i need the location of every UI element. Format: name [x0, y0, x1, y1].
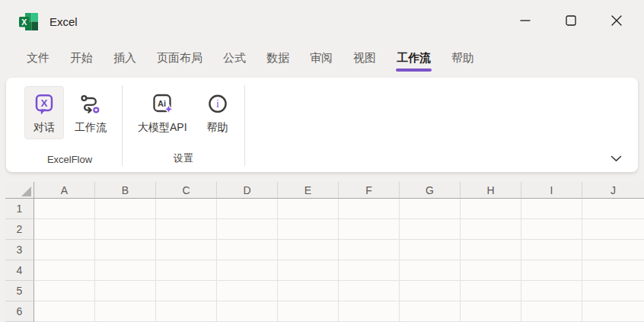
- sheet-row-3: 3: [5, 240, 644, 260]
- cell-I6[interactable]: [521, 301, 582, 322]
- cell-B6[interactable]: [95, 301, 156, 322]
- cell-H6[interactable]: [461, 301, 521, 322]
- cell-J4[interactable]: [582, 260, 644, 281]
- column-header-C[interactable]: C: [156, 182, 217, 199]
- cell-E4[interactable]: [278, 260, 339, 281]
- cell-I2[interactable]: [521, 219, 582, 240]
- column-header-F[interactable]: F: [339, 182, 400, 199]
- column-header-E[interactable]: E: [278, 182, 339, 199]
- cell-E3[interactable]: [278, 240, 339, 260]
- row-header-1[interactable]: 1: [5, 199, 34, 219]
- cell-C2[interactable]: [156, 219, 217, 240]
- cell-H5[interactable]: [461, 281, 521, 301]
- cell-H2[interactable]: [461, 219, 521, 240]
- column-header-G[interactable]: G: [400, 182, 461, 199]
- tab-view[interactable]: 视图: [353, 44, 376, 72]
- cell-E6[interactable]: [278, 301, 339, 322]
- select-all-corner[interactable]: [5, 182, 34, 199]
- cell-H3[interactable]: [461, 240, 521, 260]
- cell-C6[interactable]: [156, 301, 217, 322]
- cell-B4[interactable]: [95, 260, 156, 281]
- cell-D6[interactable]: [217, 301, 278, 322]
- cell-A1[interactable]: [34, 199, 95, 219]
- minimize-button[interactable]: [515, 11, 536, 33]
- tab-review[interactable]: 审阅: [310, 44, 333, 72]
- tab-page-layout[interactable]: 页面布局: [157, 44, 202, 72]
- cell-F5[interactable]: [339, 281, 400, 301]
- cell-D1[interactable]: [217, 199, 278, 219]
- ribbon-collapse-button[interactable]: [606, 151, 626, 166]
- column-header-I[interactable]: I: [521, 182, 582, 199]
- row-header-5[interactable]: 5: [5, 281, 34, 301]
- tab-help[interactable]: 帮助: [451, 44, 474, 72]
- cell-I4[interactable]: [521, 260, 582, 281]
- column-header-B[interactable]: B: [95, 182, 156, 199]
- cell-F6[interactable]: [339, 301, 400, 322]
- cell-E1[interactable]: [278, 199, 339, 219]
- sheet-row-6: 6: [5, 301, 644, 322]
- cell-D2[interactable]: [217, 219, 278, 240]
- cell-A2[interactable]: [34, 219, 95, 240]
- cell-J2[interactable]: [582, 219, 644, 240]
- cell-I5[interactable]: [521, 281, 582, 301]
- cell-H1[interactable]: [461, 199, 521, 219]
- ribbon-button-label: 工作流: [75, 122, 107, 132]
- column-header-A[interactable]: A: [34, 182, 95, 199]
- tab-data[interactable]: 数据: [266, 44, 289, 72]
- excel-window: X Excel 文件开始插入页面布局公式数据审阅视图工作流帮助: [0, 0, 644, 322]
- cell-J1[interactable]: [582, 199, 644, 219]
- maximize-button[interactable]: [560, 11, 582, 33]
- cell-C1[interactable]: [156, 199, 217, 219]
- tab-file[interactable]: 文件: [27, 44, 49, 72]
- cell-F1[interactable]: [339, 199, 400, 219]
- chat-button[interactable]: X对话: [24, 86, 64, 139]
- tab-formulas[interactable]: 公式: [223, 44, 246, 72]
- cell-G4[interactable]: [400, 260, 461, 281]
- cell-D3[interactable]: [217, 240, 278, 260]
- cell-G1[interactable]: [400, 199, 461, 219]
- cell-F4[interactable]: [339, 260, 400, 281]
- row-header-6[interactable]: 6: [5, 301, 34, 322]
- cell-F2[interactable]: [339, 219, 400, 240]
- cell-I3[interactable]: [521, 240, 582, 260]
- close-button[interactable]: [606, 11, 627, 33]
- row-header-3[interactable]: 3: [5, 240, 34, 260]
- cell-E5[interactable]: [278, 281, 339, 301]
- cell-C3[interactable]: [156, 240, 217, 260]
- cell-C4[interactable]: [156, 260, 217, 281]
- cell-I1[interactable]: [521, 199, 582, 219]
- cell-A5[interactable]: [34, 281, 95, 301]
- tab-insert[interactable]: 插入: [113, 44, 136, 72]
- cell-J6[interactable]: [582, 301, 644, 322]
- cell-H4[interactable]: [461, 260, 521, 281]
- cell-G6[interactable]: [400, 301, 461, 322]
- cell-B5[interactable]: [95, 281, 156, 301]
- cell-G3[interactable]: [400, 240, 461, 260]
- cell-G5[interactable]: [400, 281, 461, 301]
- cell-D4[interactable]: [217, 260, 278, 281]
- column-header-J[interactable]: J: [582, 182, 644, 199]
- row-header-2[interactable]: 2: [5, 219, 34, 240]
- workflow-button[interactable]: 工作流: [66, 86, 115, 139]
- cell-B2[interactable]: [95, 219, 156, 240]
- column-header-H[interactable]: H: [461, 182, 521, 199]
- cell-F3[interactable]: [339, 240, 400, 260]
- cell-A6[interactable]: [34, 301, 95, 322]
- row-header-4[interactable]: 4: [5, 260, 34, 281]
- cell-G2[interactable]: [400, 219, 461, 240]
- cell-B3[interactable]: [95, 240, 156, 260]
- workflow-route-icon: [79, 92, 102, 116]
- help-button[interactable]: i帮助: [198, 86, 238, 139]
- cell-A3[interactable]: [34, 240, 95, 260]
- cell-C5[interactable]: [156, 281, 217, 301]
- tab-home[interactable]: 开始: [70, 44, 93, 72]
- tab-workflow[interactable]: 工作流: [397, 44, 431, 72]
- cell-A4[interactable]: [34, 260, 95, 281]
- cell-E2[interactable]: [278, 219, 339, 240]
- cell-B1[interactable]: [95, 199, 156, 219]
- column-header-D[interactable]: D: [217, 182, 278, 199]
- llm-api-button[interactable]: Ai大模型API: [129, 86, 196, 139]
- cell-J3[interactable]: [582, 240, 644, 260]
- cell-D5[interactable]: [217, 281, 278, 301]
- cell-J5[interactable]: [582, 281, 644, 301]
